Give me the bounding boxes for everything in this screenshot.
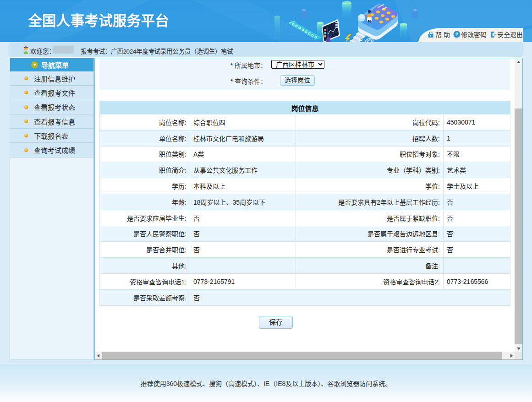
svg-text:?: ? — [455, 32, 458, 37]
